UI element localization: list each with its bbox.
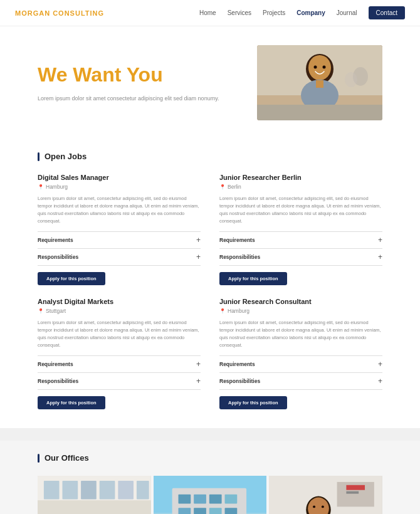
job-accordion-0: Requirements + Responsibilities + — [38, 231, 201, 266]
apply-button-2[interactable]: Apply for this position — [38, 396, 105, 409]
svg-rect-14 — [44, 481, 60, 500]
job-requirements-0[interactable]: Requirements + — [38, 232, 201, 249]
job-desc-0: Lorem ipsum dolor sit amet, consectetur … — [38, 195, 201, 225]
job-desc-2: Lorem ipsum dolor sit amet, consectetur … — [38, 319, 201, 349]
job-responsibilities-0[interactable]: Responsibilities + — [38, 249, 201, 266]
svg-rect-15 — [62, 481, 78, 500]
svg-point-4 — [308, 55, 331, 80]
section-divider — [0, 428, 420, 441]
hero-section: We Want You Lorem ipsum dolor sit amet c… — [0, 26, 420, 139]
job-accordion-1: Requirements + Responsibilities + — [219, 231, 382, 266]
svg-rect-17 — [100, 481, 115, 500]
responsibilities-plus-0: + — [196, 253, 201, 261]
svg-rect-53 — [347, 491, 359, 494]
job-card-3: Junior Research Consultant Hamburg Lorem… — [219, 298, 382, 409]
apply-button-1[interactable]: Apply for this position — [219, 272, 287, 285]
job-location-3: Hamburg — [219, 308, 382, 314]
svg-point-6 — [323, 66, 326, 69]
nav-link-company[interactable]: Company — [297, 9, 325, 16]
svg-rect-19 — [137, 481, 149, 500]
requirements-plus-3: + — [378, 360, 382, 369]
job-responsibilities-2[interactable]: Responsibilities + — [38, 373, 201, 390]
logo-text: MORGAN — [15, 9, 50, 17]
nav-links: Home Services Projects Company Journal C… — [199, 6, 405, 19]
job-title-1: Junior Researcher Berlin — [219, 174, 382, 181]
job-accordion-2: Requirements + Responsibilities + — [38, 355, 201, 390]
job-location-1: Berlin — [219, 184, 382, 190]
apply-button-0[interactable]: Apply for this position — [38, 272, 105, 285]
offices-title: Our Offices — [38, 453, 382, 463]
nav-link-journal[interactable]: Journal — [337, 9, 357, 16]
hero-title-prefix: We Want — [38, 63, 121, 86]
svg-rect-16 — [81, 481, 97, 500]
responsibilities-plus-3: + — [378, 377, 382, 386]
logo-accent: CONSULTING — [50, 9, 104, 17]
job-requirements-3[interactable]: Requirements + — [219, 356, 382, 373]
svg-rect-32 — [178, 495, 191, 504]
job-desc-3: Lorem ipsum dolor sit amet, consectetur … — [219, 319, 382, 349]
site-logo: MORGAN CONSULTING — [15, 9, 104, 17]
nav-contact-button[interactable]: Contact — [369, 6, 405, 19]
nav-link-services[interactable]: Services — [228, 9, 251, 16]
svg-rect-18 — [118, 481, 134, 500]
responsibilities-plus-2: + — [196, 377, 201, 386]
svg-rect-34 — [209, 495, 222, 504]
offices-section: Our Offices — [0, 441, 420, 514]
office-image-0 — [38, 475, 151, 514]
requirements-plus-0: + — [196, 236, 201, 244]
requirements-plus-1: + — [378, 236, 382, 244]
svg-rect-20 — [38, 501, 151, 514]
job-responsibilities-1[interactable]: Responsibilities + — [219, 249, 382, 266]
svg-point-11 — [345, 72, 357, 87]
main-content: Open Jobs Digital Sales Manager Hamburg … — [0, 139, 420, 428]
svg-rect-9 — [257, 105, 382, 120]
job-card-0: Digital Sales Manager Hamburg Lorem ipsu… — [38, 174, 201, 285]
office-image-1 — [154, 475, 267, 514]
job-title-2: Analyst Digital Markets — [38, 298, 201, 305]
job-location-0: Hamburg — [38, 184, 201, 190]
svg-point-5 — [314, 66, 317, 69]
requirements-plus-2: + — [196, 360, 201, 369]
job-card-1: Junior Researcher Berlin Berlin Lorem ip… — [219, 174, 382, 285]
job-accordion-3: Requirements + Responsibilities + — [219, 355, 382, 390]
svg-rect-37 — [194, 508, 206, 514]
offices-grid — [38, 475, 382, 514]
svg-point-57 — [322, 505, 324, 508]
job-desc-1: Lorem ipsum dolor sit amet, consectetur … — [219, 195, 382, 225]
nav-link-projects[interactable]: Projects — [263, 9, 285, 16]
svg-rect-52 — [347, 485, 365, 490]
office-image-2 — [269, 475, 382, 514]
svg-rect-8 — [316, 80, 323, 88]
apply-button-3[interactable]: Apply for this position — [219, 396, 287, 409]
job-card-2: Analyst Digital Markets Stuttgart Lorem … — [38, 298, 201, 409]
svg-point-56 — [313, 505, 315, 508]
navbar: MORGAN CONSULTING Home Services Projects… — [0, 0, 420, 26]
svg-rect-35 — [224, 495, 237, 504]
job-responsibilities-3[interactable]: Responsibilities + — [219, 373, 382, 390]
svg-rect-36 — [178, 508, 191, 514]
svg-rect-39 — [224, 508, 237, 514]
svg-rect-38 — [209, 508, 222, 514]
job-requirements-1[interactable]: Requirements + — [219, 232, 382, 249]
svg-rect-33 — [194, 495, 206, 504]
hero-text: We Want You Lorem ipsum dolor sit amet c… — [38, 63, 238, 103]
jobs-grid: Digital Sales Manager Hamburg Lorem ipsu… — [38, 174, 382, 409]
hero-image — [257, 45, 382, 120]
job-location-2: Stuttgart — [38, 308, 201, 314]
nav-link-home[interactable]: Home — [199, 9, 216, 16]
job-title-0: Digital Sales Manager — [38, 174, 201, 181]
job-requirements-2[interactable]: Requirements + — [38, 356, 201, 373]
responsibilities-plus-1: + — [378, 253, 382, 261]
hero-title-accent: You — [127, 63, 163, 86]
job-title-3: Junior Research Consultant — [219, 298, 382, 305]
open-jobs-title: Open Jobs — [38, 152, 382, 161]
hero-description: Lorem ipsum dolor sit amet consectetur a… — [38, 94, 238, 103]
hero-title: We Want You — [38, 63, 238, 87]
